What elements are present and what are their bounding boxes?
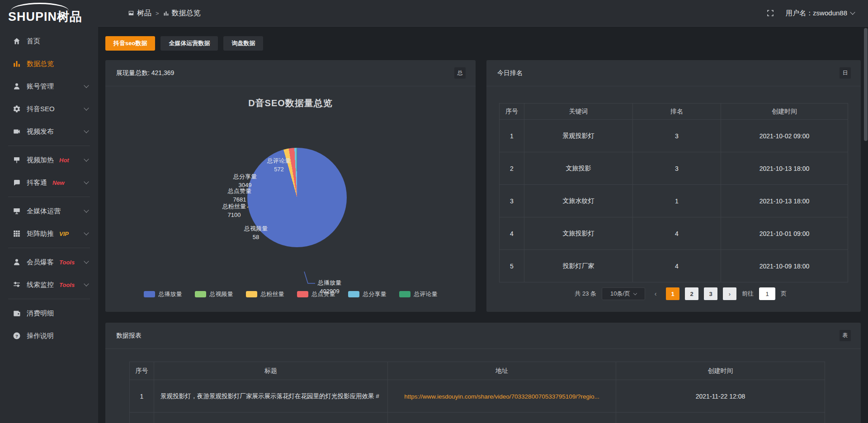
rank-keyword: 投影灯厂家 [524, 250, 633, 282]
fullscreen-icon[interactable] [767, 9, 774, 17]
legend-swatch [348, 291, 359, 297]
page-number-button[interactable]: 1 [666, 287, 679, 300]
data-tabs: 抖音seo数据 全媒体运营数据 询盘数据 [105, 36, 861, 51]
sidebar-menu: 首页数据总览账号管理抖音SEO视频发布视频加热Hot抖客通New全媒体运营矩阵助… [0, 27, 98, 347]
rank-no: 3 [500, 185, 524, 217]
sliders-icon [13, 281, 21, 289]
breadcrumb-separator: > [156, 10, 159, 17]
sidebar-item-3[interactable]: 账号管理 [0, 75, 98, 98]
legend-item[interactable]: 总粉丝量 [246, 290, 284, 298]
promote-icon [13, 156, 21, 164]
tab-douyin-seo[interactable]: 抖音seo数据 [105, 36, 155, 51]
sidebar-item-5[interactable]: 视频发布 [0, 120, 98, 143]
topbar: 树品 > 数据总览 用户名：zswodun88 [98, 0, 868, 27]
monitor-icon [13, 207, 21, 215]
sidebar-item-label: 会员爆客 [27, 258, 54, 267]
rank-keyword: 文旅投影 [524, 152, 633, 185]
legend-item[interactable]: 总视频量 [195, 290, 233, 298]
menu-divider [8, 248, 90, 248]
chevron-down-icon [84, 230, 89, 235]
rank-keyword: 景观投影灯 [524, 120, 633, 152]
sidebar-item-2[interactable]: 数据总览 [0, 52, 98, 75]
page-size-select[interactable]: 10条/页 [602, 287, 645, 300]
sidebar: SHUPIN树品 首页数据总览账号管理抖音SEO视频发布视频加热Hot抖客通Ne… [0, 0, 98, 423]
sidebar-item-11[interactable]: 线索监控Tools [0, 273, 98, 296]
chevron-down-icon [84, 207, 89, 212]
sidebar-item-label: 消费明细 [27, 309, 54, 318]
sidebar-badge: Tools [59, 282, 75, 288]
sidebar-item-1[interactable]: 首页 [0, 30, 98, 52]
legend-item[interactable]: 总评论量 [399, 290, 438, 298]
legend-item[interactable]: 总播放量 [144, 290, 182, 298]
menu-divider [8, 299, 90, 299]
report-table-row-partial [130, 413, 825, 423]
rank-created: 2021-10-01 09:00 [721, 217, 848, 250]
user-menu[interactable]: 用户名：zswodun88 [786, 9, 854, 18]
sidebar-item-8[interactable]: 全媒体运营 [0, 200, 98, 222]
sidebar-item-4[interactable]: 抖音SEO [0, 98, 98, 120]
app-logo[interactable]: SHUPIN树品 [0, 0, 98, 27]
ranking-table-row: 1 景观投影灯 3 2021-10-02 09:00 [500, 120, 848, 152]
rank-no: 4 [500, 217, 524, 250]
sidebar-item-label: 数据总览 [27, 60, 54, 68]
svg-text:?: ? [15, 334, 18, 338]
ranking-table-row: 3 文旅水纹灯 1 2021-10-13 18:00 [500, 185, 848, 217]
help-icon: ? [13, 332, 21, 340]
sidebar-item-label: 首页 [27, 37, 40, 46]
chat-icon [13, 179, 21, 187]
sidebar-badge: Hot [59, 157, 69, 164]
chart-title: D音SEO数据量总览 [105, 97, 476, 109]
pagination: 共 23 条 10条/页 ‹ 123 › 前往 页 [575, 287, 787, 300]
goto-page-input[interactable] [759, 287, 775, 300]
report-video-title: 景观投影灯，夜游景观投影灯厂家展示展示落花灯在花园里的灯光投影应用效果 # [154, 380, 388, 413]
sidebar-badge: VIP [59, 230, 69, 237]
rank-no: 5 [500, 250, 524, 282]
tab-media-operation[interactable]: 全媒体运营数据 [160, 36, 218, 51]
impressions-total: 展现量总数: 421,369 [116, 69, 174, 77]
page-number-button[interactable]: 3 [704, 287, 717, 300]
rank-position: 3 [633, 152, 721, 185]
video-link[interactable]: https://www.iesdouyin.com/share/video/70… [404, 393, 599, 400]
report-panel: 数据报表 表 序号 标题 地址 创建时间 1 景观投影灯，夜游景观投影灯厂家展示… [105, 323, 861, 423]
topbar-right: 用户名：zswodun88 [767, 9, 854, 18]
main-content: 抖音seo数据 全媒体运营数据 询盘数据 展现量总数: 421,369 总 D音… [98, 27, 868, 423]
sidebar-item-13[interactable]: ?操作说明 [0, 324, 98, 347]
rank-created: 2021-10-02 09:00 [721, 120, 848, 152]
grid-icon [13, 230, 21, 238]
page-scrollbar-thumb[interactable] [864, 28, 868, 141]
chevron-down-icon [850, 9, 855, 14]
ranking-table-row: 4 文旅投影灯 4 2021-10-01 09:00 [500, 217, 848, 250]
ranking-table-row: 2 文旅投影 3 2021-10-13 18:00 [500, 152, 848, 185]
ranking-panel-header: 今日排名 日 [486, 60, 861, 86]
sidebar-item-label: 矩阵助推 [27, 230, 54, 238]
day-toggle-button[interactable]: 日 [840, 67, 851, 79]
seo-pie-chart: D音SEO数据量总览 总评论量572 总分享量3049 总点赞量7681 总粉丝… [105, 86, 476, 312]
breadcrumb-root[interactable]: 树品 [128, 9, 151, 18]
sidebar-item-label: 账号管理 [27, 82, 54, 91]
page-number-button[interactable]: 2 [685, 287, 698, 300]
pie-label-comments: 总评论量572 [267, 156, 291, 174]
rank-no: 2 [500, 152, 524, 185]
legend-item[interactable]: 总分享量 [348, 290, 387, 298]
legend-swatch [297, 291, 308, 297]
tab-inquiry[interactable]: 询盘数据 [223, 36, 263, 51]
user-icon [13, 82, 21, 90]
rank-created: 2021-10-13 18:00 [721, 152, 848, 185]
sidebar-item-6[interactable]: 视频加热Hot [0, 149, 98, 171]
next-page-button[interactable]: › [723, 287, 736, 300]
total-toggle-button[interactable]: 总 [454, 67, 466, 79]
sidebar-item-9[interactable]: 矩阵助推VIP [0, 222, 98, 245]
sidebar-item-label: 线索监控 [27, 281, 54, 289]
goto-label: 前往 [742, 290, 754, 298]
ranking-title: 今日排名 [497, 69, 523, 77]
prev-page-button[interactable]: ‹ [651, 287, 660, 300]
breadcrumb-current[interactable]: 数据总览 [163, 9, 201, 18]
rank-position: 4 [633, 217, 721, 250]
sidebar-item-7[interactable]: 抖客通New [0, 171, 98, 194]
sidebar-item-12[interactable]: 消费明细 [0, 302, 98, 324]
table-toggle-button[interactable]: 表 [840, 330, 851, 341]
legend-item[interactable]: 总点赞量 [297, 290, 335, 298]
sidebar-item-10[interactable]: 会员爆客Tools [0, 251, 98, 273]
report-table-header: 序号 标题 地址 创建时间 [130, 362, 825, 380]
pie-label-likes: 总点赞量7681 [228, 187, 251, 204]
